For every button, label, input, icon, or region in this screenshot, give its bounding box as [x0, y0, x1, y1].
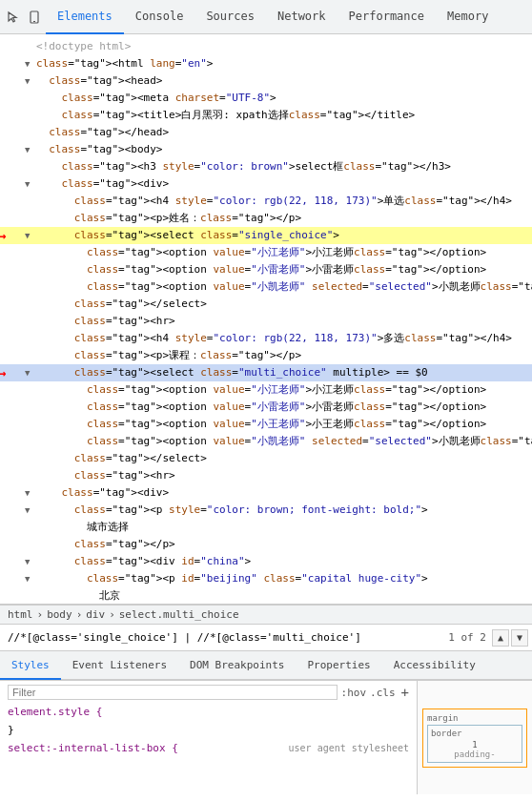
filter-row: :hov .cls + — [8, 685, 409, 700]
html-line[interactable]: class="tag"><hr> — [0, 467, 532, 484]
breadcrumb-select[interactable]: select.multi_choice — [119, 608, 239, 621]
styles-left: :hov .cls + element.style { } select:-in… — [0, 681, 418, 794]
box-outer: margin border 1 padding- — [422, 709, 527, 768]
html-line[interactable]: class="tag"><option value="小王老师">小王老师cla… — [0, 416, 532, 433]
html-line[interactable]: class="tag"><h4 style="color: rgb(22, 11… — [0, 330, 532, 347]
add-style-button[interactable]: + — [401, 685, 409, 700]
breadcrumb-html[interactable]: html — [8, 608, 33, 621]
html-panel[interactable]: <!doctype html>class="tag"><html lang="e… — [0, 34, 532, 605]
breadcrumb-body[interactable]: body — [47, 608, 72, 621]
breadcrumb-div[interactable]: div — [86, 608, 105, 621]
styles-content: :hov .cls + element.style { } select:-in… — [0, 681, 417, 794]
breadcrumb-bar: html › body › div › select.multi_choice — [0, 605, 532, 625]
html-line[interactable]: class="tag"></head> — [0, 124, 532, 141]
html-line[interactable]: → class="tag"><select class="multi_choic… — [0, 364, 532, 381]
devtools-tabbar: Elements Console Sources Network Perform… — [0, 0, 532, 34]
xpath-input[interactable] — [4, 629, 448, 646]
html-line[interactable]: class="tag"><title>白月黑羽: xpath选择class="t… — [0, 107, 532, 124]
xpath-bar: 1 of 2 ▲ ▼ — [0, 625, 532, 651]
xpath-count: 1 of 2 — [448, 631, 486, 644]
html-line[interactable]: class="tag"><p style="color: brown; font… — [0, 502, 532, 519]
html-line[interactable]: 城市选择 — [0, 519, 532, 536]
style-rule-close: } — [8, 722, 409, 738]
tab-console[interactable]: Console — [124, 0, 195, 34]
xpath-next-button[interactable]: ▼ — [511, 629, 528, 647]
tab-performance[interactable]: Performance — [338, 0, 436, 34]
hov-button[interactable]: :hov — [341, 687, 367, 699]
html-line[interactable]: class="tag"><head> — [0, 72, 532, 90]
html-line[interactable]: class="tag"><div> — [0, 175, 532, 193]
styles-tab-accessibility[interactable]: Accessibility — [382, 651, 487, 680]
html-line[interactable]: class="tag"><p>课程：class="tag"></p> — [0, 347, 532, 364]
html-line[interactable]: class="tag"><option value="小江老师">小江老师cla… — [0, 244, 532, 261]
styles-tab-styles[interactable]: Styles — [0, 651, 61, 680]
tab-memory[interactable]: Memory — [436, 0, 500, 34]
html-line[interactable]: class="tag"><meta charset="UTF-8"> — [0, 90, 532, 107]
border-value: 1 — [472, 740, 477, 750]
html-line[interactable]: class="tag"></select> — [0, 296, 532, 313]
html-line[interactable]: → class="tag"><select class="single_choi… — [0, 227, 532, 244]
styles-tab-properties[interactable]: Properties — [296, 651, 381, 680]
xpath-prev-button[interactable]: ▲ — [492, 629, 509, 647]
html-line[interactable]: class="tag"><hr> — [0, 313, 532, 330]
html-line[interactable]: class="tag"><p>姓名：class="tag"></p> — [0, 210, 532, 227]
html-line[interactable]: class="tag"><p id="beijing" class="capit… — [0, 570, 532, 587]
html-line[interactable]: class="tag"><div> — [0, 484, 532, 502]
tab-network[interactable]: Network — [266, 0, 338, 34]
html-line[interactable]: class="tag"><option value="小雷老师">小雷老师cla… — [0, 399, 532, 416]
html-line[interactable]: class="tag"></select> — [0, 450, 532, 467]
mobile-icon[interactable] — [25, 8, 44, 27]
html-line[interactable]: class="tag"><html lang="en"> — [0, 55, 532, 72]
html-line[interactable]: 北京 — [0, 587, 532, 605]
style-rule-internal: select:-internal-list-box { user agent s… — [8, 740, 409, 756]
html-line[interactable]: class="tag"><option value="小凯老师" selecte… — [0, 433, 532, 450]
html-line[interactable]: class="tag"><h4 style="color: rgb(22, 11… — [0, 193, 532, 210]
html-line[interactable]: <!doctype html> — [0, 38, 532, 55]
filter-input[interactable] — [8, 685, 338, 700]
html-line[interactable]: class="tag"></p> — [0, 536, 532, 553]
main-area: <!doctype html>class="tag"><html lang="e… — [0, 34, 532, 801]
cls-button[interactable]: .cls — [370, 687, 396, 699]
styles-tab-event-listeners[interactable]: Event Listeners — [61, 651, 178, 680]
styles-tabs: Styles Event Listeners DOM Breakpoints P… — [0, 651, 532, 680]
styles-tab-dom-breakpoints[interactable]: DOM Breakpoints — [178, 651, 296, 680]
style-rule-element: element.style { — [8, 704, 409, 720]
html-line[interactable]: class="tag"><option value="小江老师">小江老师cla… — [0, 381, 532, 399]
html-line[interactable]: class="tag"><div id="china"> — [0, 553, 532, 570]
html-line[interactable]: class="tag"><option value="小雷老师">小雷老师cla… — [0, 261, 532, 278]
bottom-split: :hov .cls + element.style { } select:-in… — [0, 680, 532, 794]
html-line[interactable]: class="tag"><h3 style="color: brown">sel… — [0, 158, 532, 175]
tab-elements[interactable]: Elements — [46, 0, 124, 34]
html-line[interactable]: class="tag"><option value="小凯老师" selecte… — [0, 278, 532, 296]
box-model-panel: margin border 1 padding- — [418, 681, 532, 794]
tab-sources[interactable]: Sources — [194, 0, 266, 34]
box-border: border 1 padding- — [427, 725, 522, 763]
cursor-icon[interactable] — [4, 8, 23, 27]
html-line[interactable]: class="tag"><body> — [0, 141, 532, 158]
